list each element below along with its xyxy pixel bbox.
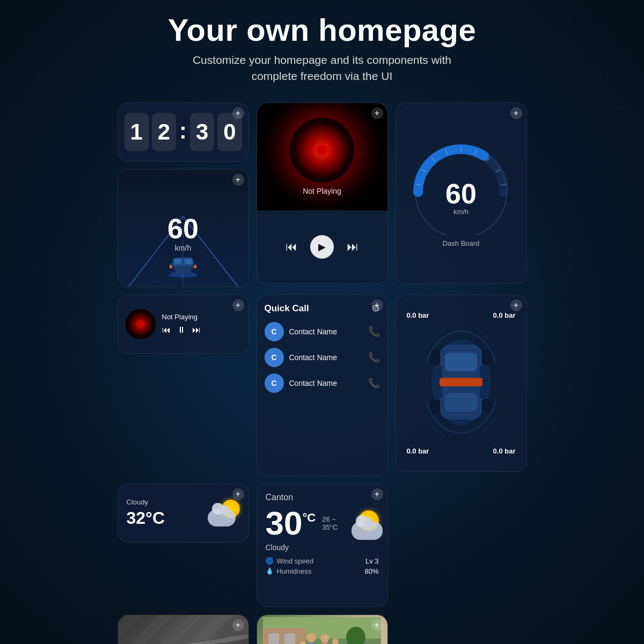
quick-call-header: Quick Call ⚙	[265, 303, 380, 314]
clock-add-btn[interactable]: +	[232, 107, 244, 119]
humidity-value: 80%	[364, 567, 378, 575]
contact-name-3: Contact Name	[289, 379, 363, 387]
quickcall-add-btn[interactable]: +	[371, 299, 383, 311]
weather-city: Canton	[266, 493, 379, 502]
contact-avatar-3: C	[265, 374, 284, 393]
weather-small-condition: Cloudy	[127, 498, 165, 506]
weather-large-widget: + Canton 30 °C 26 ~ 35°C Cloudy 🌀 Wind s…	[257, 484, 388, 607]
car-photo-add-btn[interactable]: +	[232, 619, 244, 631]
svg-line-35	[118, 636, 248, 644]
music-small-pause[interactable]: ⏸	[177, 325, 186, 335]
clock-digit-2: 2	[152, 113, 176, 151]
wind-icon: 🌀	[266, 557, 274, 565]
svg-rect-31	[430, 399, 440, 414]
svg-rect-18	[174, 259, 181, 264]
contact-name-1: Contact Name	[289, 327, 363, 336]
speed-car-icon	[164, 251, 202, 280]
weather-small-info: Cloudy 32°C	[127, 498, 165, 528]
vinyl-record-large: Not Playing	[290, 118, 354, 195]
car-photo-bg	[118, 615, 248, 644]
wind-value: Lv 3	[365, 557, 379, 565]
family-photo	[257, 615, 387, 644]
music-large-widget: + Not Playing ⏮ ▶ ⏭	[257, 103, 388, 284]
music-prev-btn[interactable]: ⏮	[286, 240, 297, 254]
contact-item-1: C Contact Name 📞	[265, 322, 380, 341]
family-photo-widget: +	[257, 614, 388, 644]
gauge-widget: +	[396, 103, 527, 284]
car-photo-widget: +	[118, 614, 249, 644]
tire-display: 0.0 bar 0.0 bar 0.0 bar 0.0 bar	[396, 295, 526, 471]
weather-range: 26 ~ 35°C	[322, 515, 345, 531]
music-small-widget: + Not Playing ⏮ ⏸ ⏭	[118, 295, 249, 354]
weather-large-main: 30 °C 26 ~ 35°C	[266, 507, 379, 540]
svg-rect-50	[268, 633, 279, 644]
weather-large-temp: 30 °C	[266, 507, 316, 540]
weather-small-icon	[208, 500, 240, 526]
svg-rect-30	[482, 350, 492, 365]
tire-tl: 0.0 bar	[407, 311, 429, 319]
clock-widget: + 1 2 : 3 0	[118, 103, 249, 162]
contact-call-btn-2[interactable]: 📞	[368, 352, 380, 363]
gauge-container: 60 km/h	[407, 138, 515, 235]
gauge-add-btn[interactable]: +	[510, 107, 522, 119]
svg-point-13	[168, 273, 198, 277]
cloud-large-icon	[352, 522, 383, 540]
music-large-add-btn[interactable]: +	[371, 107, 383, 119]
weather-small-row: Cloudy 32°C	[127, 498, 240, 528]
music-large-artwork: Not Playing	[257, 103, 387, 210]
page-title: Your own homepage	[0, 12, 644, 48]
weather-small-widget: + Cloudy 32°C	[118, 484, 249, 543]
weather-large-range-cond: 26 ~ 35°C	[322, 515, 345, 537]
svg-rect-25	[445, 393, 477, 412]
wind-label: 🌀 Wind speed	[266, 557, 314, 565]
clock-digit-3: 3	[190, 113, 214, 151]
svg-point-56	[320, 634, 329, 643]
page-subtitle: Customize your homepage and its componen…	[0, 52, 644, 85]
weather-small-temp: 32°C	[127, 508, 165, 528]
weather-large-add-btn[interactable]: +	[371, 488, 383, 500]
music-large-status: Not Playing	[303, 187, 341, 195]
contact-item-2: C Contact Name 📞	[265, 348, 380, 367]
svg-rect-17	[191, 268, 197, 273]
tire-car-view	[426, 328, 496, 438]
gauge-value-display: 60 km/h	[445, 180, 477, 216]
music-small-status: Not Playing	[162, 313, 241, 321]
weather-small-add-btn[interactable]: +	[232, 488, 244, 500]
photo-add-btn[interactable]: +	[371, 619, 383, 631]
gauge-speed: 60	[445, 180, 477, 208]
humidity-row: 💧 Humidness 80%	[266, 567, 379, 575]
wind-row: 🌀 Wind speed Lv 3	[266, 557, 379, 565]
widget-grid: + 1 2 : 3 0 + Not Playing ⏮ ▶ ⏭ +	[0, 93, 644, 644]
speed-value: 60	[167, 215, 199, 243]
contact-call-btn-3[interactable]: 📞	[368, 377, 380, 389]
tire-add-btn[interactable]: +	[510, 299, 522, 311]
svg-rect-32	[482, 399, 492, 414]
light-streaks	[118, 615, 248, 644]
svg-rect-20	[170, 265, 172, 268]
tire-pressure-widget: + 0.0 bar 0.0 bar 0.0 bar 0.0 bar	[396, 295, 527, 472]
humidity-icon: 💧	[266, 567, 274, 575]
contact-name-2: Contact Name	[289, 353, 363, 362]
svg-rect-21	[194, 265, 196, 268]
music-large-controls: ⏮ ▶ ⏭	[278, 210, 366, 283]
music-small-prev[interactable]: ⏮	[162, 325, 171, 335]
music-play-btn[interactable]: ▶	[310, 235, 334, 259]
svg-rect-28	[440, 378, 482, 386]
music-small-info: Not Playing ⏮ ⏸ ⏭	[162, 313, 241, 335]
tire-br: 0.0 bar	[493, 447, 516, 455]
svg-point-54	[306, 633, 316, 642]
svg-rect-29	[430, 350, 440, 365]
weather-temp-value: 30	[266, 507, 303, 540]
svg-rect-19	[185, 259, 192, 264]
music-small-next[interactable]: ⏭	[192, 325, 201, 335]
clock-colon: :	[179, 118, 187, 144]
weather-details: 🌀 Wind speed Lv 3 💧 Humidness 80%	[266, 557, 379, 575]
contact-call-btn-1[interactable]: 📞	[368, 326, 380, 338]
weather-large-icon	[352, 510, 379, 540]
clock-digit-1: 1	[125, 113, 149, 151]
music-small-add-btn[interactable]: +	[232, 299, 244, 311]
music-next-btn[interactable]: ⏭	[347, 240, 358, 254]
vinyl-disc	[290, 118, 354, 182]
speed-add-btn[interactable]: +	[232, 174, 244, 186]
contact-avatar-2: C	[265, 348, 284, 367]
